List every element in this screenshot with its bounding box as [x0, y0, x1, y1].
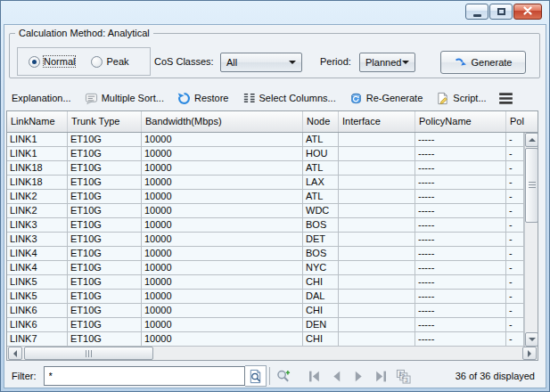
table-cell: ET10G	[68, 218, 142, 232]
radio-peak-label: Peak	[106, 56, 128, 67]
toolbar-button-script[interactable]: Script...	[436, 92, 486, 105]
table-cell: LAX	[303, 176, 339, 189]
cos-classes-value: All	[226, 57, 237, 68]
next-row-button[interactable]	[351, 365, 367, 387]
table-cell: -	[506, 233, 524, 246]
table-cell: -----	[415, 147, 506, 160]
vertical-scroll-thumb[interactable]	[525, 148, 538, 223]
column-header-pol[interactable]: Pol	[506, 111, 538, 132]
table-cell: ET10G	[68, 204, 142, 217]
table-cell: LINK2	[7, 190, 68, 203]
vertical-scrollbar[interactable]	[524, 133, 538, 347]
table-row[interactable]: LINK7ET10G10000CHI------	[7, 332, 524, 347]
table-cell: -----	[415, 233, 506, 246]
column-header-trunk-type[interactable]: Trunk Type	[68, 111, 142, 132]
first-row-icon	[307, 369, 322, 384]
column-header-policyname[interactable]: PolicyName	[415, 111, 506, 132]
select-columns-icon	[242, 92, 256, 105]
table-row[interactable]: LINK18ET10G10000ATL------	[7, 161, 524, 176]
period-dropdown[interactable]: Planned	[359, 53, 415, 72]
table-body: LINK1ET10G10000ATL------LINK1ET10G10000H…	[7, 133, 524, 347]
advanced-find-button[interactable]	[273, 365, 294, 387]
first-row-button[interactable]	[307, 365, 323, 387]
table-row[interactable]: LINK4ET10G10000BOS------	[7, 247, 524, 261]
goto-row-button[interactable]: 321	[396, 365, 412, 387]
table-cell: ET10G	[68, 190, 142, 203]
horizontal-scroll-thumb[interactable]	[24, 347, 153, 360]
table-cell: -----	[415, 133, 506, 146]
last-row-button[interactable]	[374, 365, 390, 387]
column-header-interface[interactable]: Interface	[339, 111, 415, 132]
cos-classes-dropdown[interactable]: All	[220, 53, 302, 72]
menu-icon[interactable]	[496, 87, 517, 109]
period-label: Period:	[320, 56, 351, 67]
window-controls	[464, 4, 542, 20]
table-row[interactable]: LINK2ET10G10000ATL------	[7, 190, 524, 204]
table-cell	[339, 133, 415, 146]
table-cell: -----	[415, 304, 506, 317]
filter-bar: Filter:	[4, 363, 546, 388]
radio-normal-label: Normal	[44, 56, 75, 67]
table-cell: -----	[415, 176, 506, 189]
table-row[interactable]: LINK18ET10G10000LAX------	[7, 176, 524, 190]
table-cell: BOS	[303, 218, 339, 232]
scroll-up-button[interactable]	[525, 133, 538, 147]
table-row[interactable]: LINK1ET10G10000HOU------	[7, 147, 524, 161]
column-header-node[interactable]: Node	[303, 111, 339, 132]
maximize-button[interactable]	[489, 4, 513, 20]
table-cell: ATL	[303, 133, 339, 146]
radio-normal[interactable]: Normal	[29, 56, 75, 68]
toolbar-button-explanation[interactable]: Explanation...	[12, 93, 71, 103]
table-cell: -----	[415, 332, 506, 346]
table-cell: LINK3	[7, 233, 68, 246]
preview-filter-button[interactable]	[245, 365, 267, 387]
restore-icon	[177, 92, 191, 105]
horizontal-scrollbar[interactable]	[6, 347, 538, 361]
close-button[interactable]	[513, 4, 542, 20]
table-cell: LINK7	[7, 332, 68, 346]
column-header-bandwidth-mbps[interactable]: Bandwidth(Mbps)	[142, 111, 303, 132]
find-icon	[275, 369, 291, 384]
table-row[interactable]: LINK4ET10G10000NYC------	[7, 261, 524, 275]
radio-button-icon	[29, 56, 40, 68]
svg-text:1: 1	[398, 371, 402, 377]
row-navigation: 321	[307, 365, 412, 387]
table-cell: 10000	[142, 332, 303, 346]
table-cell: -	[506, 161, 524, 175]
table-cell	[339, 218, 415, 232]
down-arrow-icon	[529, 338, 536, 341]
table-row[interactable]: LINK2ET10G10000WDC------	[7, 204, 524, 218]
scroll-left-button[interactable]	[8, 347, 22, 360]
generate-button[interactable]: Generate	[440, 51, 526, 74]
table-row[interactable]: LINK3ET10G10000BOS------	[7, 218, 524, 233]
table-cell: LINK4	[7, 247, 68, 260]
table-row[interactable]: LINK6ET10G10000CHI------	[7, 304, 524, 318]
table-cell: LINK6	[7, 304, 68, 317]
minimize-button[interactable]	[465, 4, 488, 20]
table-cell: WDC	[303, 204, 339, 217]
toolbar-button-select-columns[interactable]: Select Columns...	[242, 92, 336, 105]
toolbar-button-restore[interactable]: Restore	[177, 92, 229, 105]
table-cell: -	[506, 275, 524, 289]
svg-text:3: 3	[405, 376, 408, 382]
table-row[interactable]: LINK1ET10G10000ATL------	[7, 133, 524, 147]
title-bar[interactable]	[1, 1, 549, 24]
filter-input[interactable]	[44, 366, 245, 386]
toolbar-button-re-generate[interactable]: Re-Generate	[349, 92, 423, 105]
table-row[interactable]: LINK3ET10G10000DET------	[7, 233, 524, 247]
table-cell: 10000	[142, 176, 303, 189]
generate-button-label: Generate	[472, 57, 513, 68]
table-cell: -----	[415, 218, 506, 232]
previous-row-button[interactable]	[329, 365, 345, 387]
table-row[interactable]: LINK6ET10G10000DEN------	[7, 318, 524, 332]
table-row[interactable]: LINK5ET10G10000CHI------	[7, 275, 524, 290]
table-row[interactable]: LINK5ET10G10000DAL------	[7, 290, 524, 304]
table-cell: ET10G	[68, 247, 142, 260]
table-cell: ET10G	[68, 261, 142, 274]
scroll-right-button[interactable]	[522, 347, 537, 360]
radio-peak[interactable]: Peak	[91, 56, 128, 68]
column-header-linkname[interactable]: LinkName	[7, 111, 68, 132]
scroll-down-button[interactable]	[525, 332, 538, 347]
toolbar-button-multiple-sort[interactable]: Multiple Sort...	[85, 92, 164, 105]
chevron-down-icon	[402, 61, 409, 64]
